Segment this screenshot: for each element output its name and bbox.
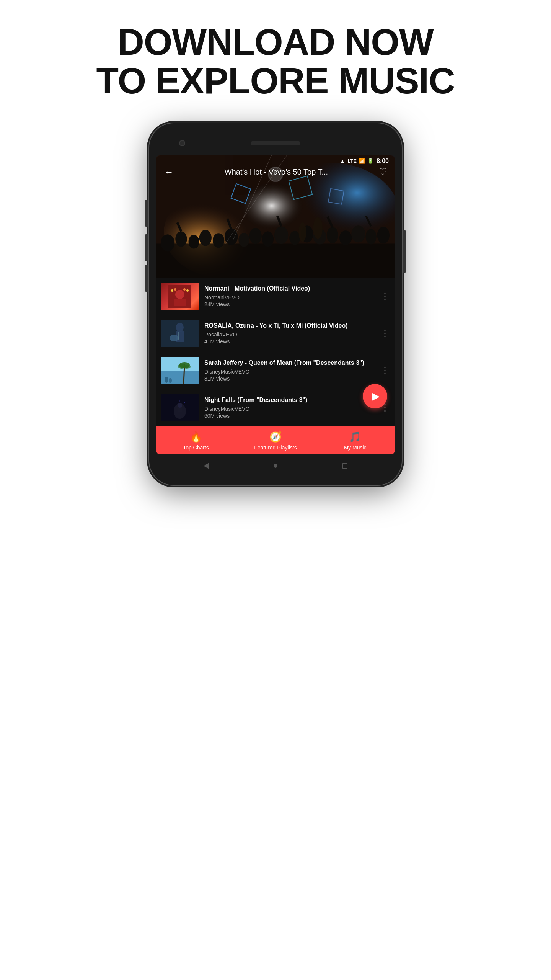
fire-icon: 🔥 <box>190 431 202 443</box>
nav-item-featured-playlists[interactable]: 🧭 Featured Playlists <box>236 431 315 451</box>
phone-screen: ▲ LTE 📶 🔋 8:00 <box>156 155 395 454</box>
song-info-1: Normani - Motivation (Official Video) No… <box>204 285 375 307</box>
signal-icon: 📶 <box>359 158 365 164</box>
song-thumbnail-1 <box>161 283 199 310</box>
phone-top-bar <box>156 134 395 152</box>
song-info-2: ROSALÍA, Ozuna - Yo x Ti, Tu x Mi (Offic… <box>204 322 375 345</box>
song-channel-4: DisneyMusicVEVO <box>204 406 375 412</box>
nav-item-my-music[interactable]: 🎵 My Music <box>315 431 395 451</box>
svg-rect-4 <box>156 243 395 278</box>
song-thumbnail-3 <box>161 357 199 384</box>
promo-line1: DOWNLOAD NOW <box>96 23 455 62</box>
song-channel-2: RosaliaVEVO <box>204 332 375 338</box>
svg-point-54 <box>183 365 191 369</box>
song-title-3: Sarah Jeffery - Queen of Mean (From "Des… <box>204 359 375 367</box>
song-list: Normani - Motivation (Official Video) No… <box>156 278 395 426</box>
night-thumb-art <box>161 394 199 421</box>
nav-label-top-charts: Top Charts <box>183 444 209 451</box>
svg-point-14 <box>274 226 288 244</box>
nav-label-featured-playlists: Featured Playlists <box>254 444 297 451</box>
song-item-3[interactable]: Sarah Jeffery - Queen of Mean (From "Des… <box>156 352 395 389</box>
svg-rect-39 <box>174 299 186 306</box>
song-more-3[interactable]: ⋮ <box>375 365 395 376</box>
svg-rect-48 <box>178 332 179 340</box>
status-icons: ▲ LTE 📶 🔋 8:00 <box>340 158 389 165</box>
svg-point-43 <box>183 288 186 291</box>
svg-point-40 <box>171 289 173 292</box>
song-thumbnail-2 <box>161 320 199 347</box>
svg-point-20 <box>351 225 365 242</box>
svg-point-19 <box>339 230 352 245</box>
wifi-icon: ▲ <box>340 158 346 164</box>
phone-system-nav <box>156 457 395 474</box>
svg-point-21 <box>366 229 377 244</box>
phone-frame: ▲ LTE 📶 🔋 8:00 <box>149 123 402 485</box>
song-title-2: ROSALÍA, Ozuna - Yo x Ti, Tu x Mi (Offic… <box>204 322 375 330</box>
status-time: 8:00 <box>377 158 389 165</box>
song-title-1: Normani - Motivation (Official Video) <box>204 285 375 293</box>
svg-point-5 <box>161 234 174 251</box>
svg-point-10 <box>225 228 238 245</box>
svg-point-13 <box>262 231 274 247</box>
bottom-nav: 🔥 Top Charts 🧭 Featured Playlists 🎵 My M… <box>156 426 395 454</box>
song-title-4: Night Falls (From "Descendants 3") <box>204 396 375 404</box>
status-bar: ▲ LTE 📶 🔋 8:00 <box>156 155 395 167</box>
song-channel-3: DisneyMusicVEVO <box>204 369 375 375</box>
normani-thumb-art <box>168 285 191 308</box>
song-more-2[interactable]: ⋮ <box>375 328 395 339</box>
promo-title: DOWNLOAD NOW TO EXPLORE MUSIC <box>96 23 455 100</box>
play-fab-button[interactable]: ▶ <box>363 384 387 408</box>
svg-point-15 <box>289 231 300 245</box>
song-item-4[interactable]: Night Falls (From "Descendants 3") Disne… <box>156 389 395 426</box>
svg-point-60 <box>178 403 182 408</box>
song-item-2[interactable]: ROSALÍA, Ozuna - Yo x Ti, Tu x Mi (Offic… <box>156 315 395 352</box>
svg-point-47 <box>170 335 179 341</box>
svg-point-55 <box>165 377 168 383</box>
sarah-thumb-art <box>161 357 199 384</box>
rosalia-thumb-art <box>161 320 199 347</box>
phone-camera <box>179 140 185 146</box>
svg-point-34 <box>313 217 323 239</box>
home-gesture-icon[interactable] <box>274 464 277 468</box>
recents-gesture-icon[interactable] <box>342 463 347 469</box>
compass-icon: 🧭 <box>269 431 282 443</box>
hero-section: ▲ LTE 📶 🔋 8:00 <box>156 155 395 278</box>
promo-line2: TO EXPLORE MUSIC <box>96 62 455 100</box>
nav-label-my-music: My Music <box>344 444 366 451</box>
song-more-1[interactable]: ⋮ <box>375 291 395 302</box>
favorite-button[interactable]: ♡ <box>379 167 387 177</box>
svg-point-6 <box>175 231 187 247</box>
svg-point-8 <box>199 230 212 246</box>
svg-point-38 <box>175 290 184 299</box>
svg-point-42 <box>186 289 189 292</box>
back-button[interactable]: ← <box>164 166 174 178</box>
song-info-3: Sarah Jeffery - Queen of Mean (From "Des… <box>204 359 375 382</box>
song-views-1: 24M views <box>204 301 375 307</box>
back-gesture-icon[interactable] <box>204 463 209 469</box>
lte-label: LTE <box>347 158 357 164</box>
music-icon: 🎵 <box>349 431 361 443</box>
svg-point-11 <box>238 233 249 247</box>
song-views-2: 41M views <box>204 338 375 345</box>
song-views-4: 60M views <box>204 413 375 419</box>
song-item-1[interactable]: Normani - Motivation (Official Video) No… <box>156 278 395 315</box>
song-views-3: 81M views <box>204 376 375 382</box>
page-title: What's Hot - Vevo's 50 Top T... <box>174 168 379 176</box>
song-info-4: Night Falls (From "Descendants 3") Disne… <box>204 396 375 419</box>
svg-point-7 <box>189 235 199 248</box>
phone-speaker <box>251 141 300 145</box>
svg-point-9 <box>213 233 224 248</box>
song-channel-1: NormaniVEVO <box>204 294 375 301</box>
nav-item-top-charts[interactable]: 🔥 Top Charts <box>156 431 236 451</box>
svg-point-22 <box>377 227 390 243</box>
svg-point-41 <box>174 288 176 291</box>
svg-point-45 <box>176 323 184 332</box>
svg-point-56 <box>169 378 172 383</box>
battery-icon: 🔋 <box>367 158 373 164</box>
svg-point-33 <box>298 222 306 242</box>
svg-point-18 <box>327 227 338 243</box>
song-thumbnail-4 <box>161 394 199 421</box>
svg-point-12 <box>249 228 262 244</box>
play-icon: ▶ <box>372 390 380 402</box>
phone-mockup: ▲ LTE 📶 🔋 8:00 <box>0 123 551 485</box>
